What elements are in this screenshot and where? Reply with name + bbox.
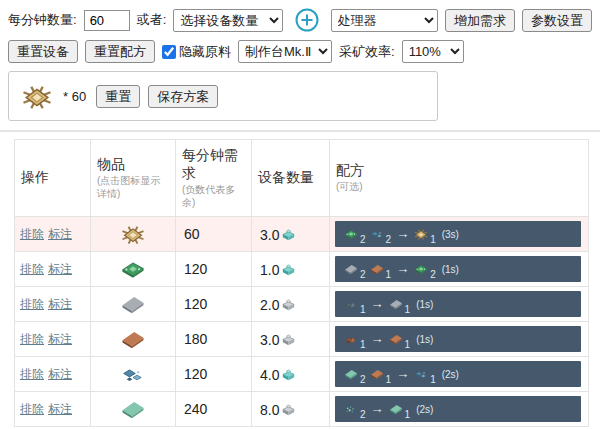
item-cell bbox=[91, 217, 176, 252]
annotate-link[interactable]: 标注 bbox=[48, 227, 72, 241]
arrow-icon: → bbox=[371, 296, 384, 311]
exclude-link[interactable]: 排除 bbox=[20, 367, 44, 381]
recipe-bar[interactable]: 1→1(1s) bbox=[335, 291, 581, 317]
copper-ingot-icon bbox=[388, 331, 404, 347]
header-demand: 每分钟需求(负数代表多余) bbox=[176, 140, 252, 217]
recipe-cell: 1→1(1s) bbox=[330, 287, 589, 322]
reset-devices-button[interactable]: 重置设备 bbox=[8, 40, 78, 63]
iron-ingot-icon bbox=[388, 296, 404, 312]
recipe-time: (2s) bbox=[442, 369, 459, 380]
recipe-cell: 21→1(2s) bbox=[330, 357, 589, 392]
copper-ingot-icon bbox=[369, 366, 385, 382]
per-minute-label: 每分钟数量: bbox=[8, 11, 77, 29]
recipe-bar[interactable]: 2→1(2s) bbox=[335, 396, 581, 422]
processor-icon[interactable] bbox=[19, 78, 55, 114]
silicon-ingot-icon[interactable] bbox=[119, 400, 147, 415]
exclude-link[interactable]: 排除 bbox=[20, 262, 44, 276]
smelter-icon bbox=[279, 297, 297, 313]
recipe-time: (1s) bbox=[416, 299, 433, 310]
device-count-select[interactable]: 选择设备数量 bbox=[173, 9, 282, 32]
iron-ingot-icon bbox=[343, 261, 359, 277]
smelter-icon bbox=[279, 402, 297, 418]
target-reset-button[interactable]: 重置 bbox=[96, 85, 140, 108]
arrow-icon: → bbox=[396, 261, 409, 276]
micro-component-icon[interactable] bbox=[119, 365, 147, 380]
annotate-link[interactable]: 标注 bbox=[48, 402, 72, 416]
settings-button[interactable]: 参数设置 bbox=[522, 9, 592, 32]
copper-ingot-icon bbox=[369, 261, 385, 277]
operation-cell: 排除标注 bbox=[15, 287, 91, 322]
micro-component-icon bbox=[369, 226, 385, 242]
exclude-link[interactable]: 排除 bbox=[20, 402, 44, 416]
operation-cell: 排除标注 bbox=[15, 217, 91, 252]
recipe-bar[interactable]: 21→1(2s) bbox=[335, 361, 581, 387]
item-cell bbox=[91, 287, 176, 322]
operation-cell: 排除标注 bbox=[15, 252, 91, 287]
copper-ore-icon bbox=[343, 331, 359, 347]
add-circle-icon[interactable] bbox=[294, 7, 320, 33]
circuit-board-icon[interactable] bbox=[119, 260, 147, 275]
annotate-link[interactable]: 标注 bbox=[48, 262, 72, 276]
arrow-icon: → bbox=[371, 401, 384, 416]
item-cell bbox=[91, 357, 176, 392]
operation-cell: 排除标注 bbox=[15, 392, 91, 427]
result-panel: 操作 物品(点击图标显示详情) 每分钟需求(负数代表多余) 设备数量 配方(可选… bbox=[0, 130, 600, 429]
table-row: 排除标注1204.021→1(2s) bbox=[15, 357, 589, 392]
demand-cell: 60 bbox=[176, 217, 252, 252]
table-row: 排除标注603.022→1(3s) bbox=[15, 217, 589, 252]
iron-ingot-icon[interactable] bbox=[119, 295, 147, 310]
silicon-ore-icon bbox=[343, 401, 359, 417]
table-row: 排除标注2408.02→1(2s) bbox=[15, 392, 589, 427]
demand-cell: 120 bbox=[176, 252, 252, 287]
micro-component-icon bbox=[413, 366, 429, 382]
operation-cell: 排除标注 bbox=[15, 357, 91, 392]
header-devices: 设备数量 bbox=[252, 140, 330, 217]
table-row: 排除标注1202.01→1(1s) bbox=[15, 287, 589, 322]
recipe-time: (3s) bbox=[442, 229, 459, 240]
operation-cell: 排除标注 bbox=[15, 322, 91, 357]
add-demand-button[interactable]: 增加需求 bbox=[445, 9, 515, 32]
iron-ore-icon bbox=[343, 296, 359, 312]
hide-raw-checkbox[interactable] bbox=[162, 45, 176, 59]
demand-cell: 240 bbox=[176, 392, 252, 427]
devices-cell: 1.0 bbox=[252, 252, 330, 287]
exclude-link[interactable]: 排除 bbox=[20, 297, 44, 311]
item-cell bbox=[91, 252, 176, 287]
mining-efficiency-select[interactable]: 110% bbox=[402, 40, 464, 63]
target-item-box: * 60 重置 保存方案 bbox=[8, 71, 438, 121]
table-header-row: 操作 物品(点击图标显示详情) 每分钟需求(负数代表多余) 设备数量 配方(可选… bbox=[15, 140, 589, 217]
annotate-link[interactable]: 标注 bbox=[48, 297, 72, 311]
recipe-bar[interactable]: 21→2(1s) bbox=[335, 256, 581, 282]
exclude-link[interactable]: 排除 bbox=[20, 332, 44, 346]
circuit-board-icon bbox=[413, 261, 429, 277]
annotate-link[interactable]: 标注 bbox=[48, 367, 72, 381]
arrow-icon: → bbox=[371, 331, 384, 346]
per-minute-input[interactable] bbox=[84, 10, 130, 31]
mining-efficiency-label: 采矿效率: bbox=[339, 43, 395, 61]
item-select[interactable]: 处理器 bbox=[331, 9, 438, 32]
arrow-icon: → bbox=[396, 226, 409, 241]
recipe-bar[interactable]: 22→1(3s) bbox=[335, 221, 581, 247]
bench-select[interactable]: 制作台Mk.Ⅱ bbox=[238, 40, 332, 63]
header-item: 物品(点击图标显示详情) bbox=[91, 140, 176, 217]
header-operation: 操作 bbox=[15, 140, 91, 217]
devices-cell: 4.0 bbox=[252, 357, 330, 392]
annotate-link[interactable]: 标注 bbox=[48, 332, 72, 346]
smelter-icon bbox=[279, 332, 297, 348]
processor-icon bbox=[413, 226, 429, 242]
devices-cell: 3.0 bbox=[252, 217, 330, 252]
copper-ingot-icon[interactable] bbox=[119, 330, 147, 345]
circuit-board-icon bbox=[343, 226, 359, 242]
recipe-time: (1s) bbox=[442, 264, 459, 275]
reset-recipes-button[interactable]: 重置配方 bbox=[85, 40, 155, 63]
table-row: 排除标注1201.021→2(1s) bbox=[15, 252, 589, 287]
recipe-cell: 2→1(2s) bbox=[330, 392, 589, 427]
processor-icon[interactable] bbox=[119, 225, 147, 240]
silicon-ingot-icon bbox=[388, 401, 404, 417]
save-plan-button[interactable]: 保存方案 bbox=[148, 85, 218, 108]
recipe-bar[interactable]: 1→1(1s) bbox=[335, 326, 581, 352]
assembler-icon bbox=[279, 367, 297, 383]
target-multiplier: * 60 bbox=[63, 89, 86, 104]
recipe-time: (1s) bbox=[416, 334, 433, 345]
exclude-link[interactable]: 排除 bbox=[20, 227, 44, 241]
